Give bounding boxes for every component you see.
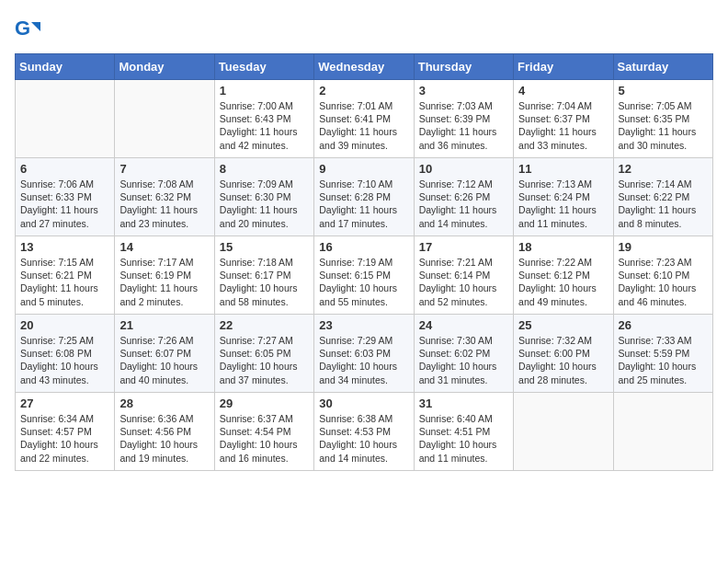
column-header-thursday: Thursday [414,54,513,80]
calendar-cell: 27Sunrise: 6:34 AM Sunset: 4:57 PM Dayli… [16,393,115,471]
day-number: 10 [419,162,508,176]
day-info: Sunrise: 7:12 AM Sunset: 6:26 PM Dayligh… [419,178,508,230]
day-number: 17 [419,240,508,254]
day-info: Sunrise: 7:08 AM Sunset: 6:32 PM Dayligh… [119,178,209,230]
week-row-1: 1Sunrise: 7:00 AM Sunset: 6:43 PM Daylig… [16,80,713,158]
day-info: Sunrise: 7:09 AM Sunset: 6:30 PM Dayligh… [220,178,309,230]
day-info: Sunrise: 7:13 AM Sunset: 6:24 PM Dayligh… [518,178,608,230]
day-number: 13 [20,240,109,254]
day-info: Sunrise: 7:27 AM Sunset: 6:05 PM Dayligh… [220,334,309,386]
day-number: 3 [419,84,508,98]
day-number: 5 [619,84,708,98]
day-number: 28 [119,396,209,410]
column-header-friday: Friday [514,54,613,80]
calendar-cell: 25Sunrise: 7:32 AM Sunset: 6:00 PM Dayli… [514,315,613,393]
calendar-cell: 24Sunrise: 7:30 AM Sunset: 6:02 PM Dayli… [414,315,513,393]
day-info: Sunrise: 6:37 AM Sunset: 4:54 PM Dayligh… [220,412,309,465]
day-info: Sunrise: 6:36 AM Sunset: 4:56 PM Dayligh… [119,412,209,465]
day-number: 19 [619,240,708,254]
day-info: Sunrise: 6:40 AM Sunset: 4:51 PM Dayligh… [419,412,508,465]
calendar-cell: 19Sunrise: 7:23 AM Sunset: 6:10 PM Dayli… [613,236,712,315]
calendar-cell: 3Sunrise: 7:03 AM Sunset: 6:39 PM Daylig… [414,80,513,158]
day-number: 6 [20,162,109,176]
day-number: 23 [319,318,408,332]
day-info: Sunrise: 7:17 AM Sunset: 6:19 PM Dayligh… [119,256,209,308]
calendar-body: 1Sunrise: 7:00 AM Sunset: 6:43 PM Daylig… [16,80,713,471]
calendar-cell: 2Sunrise: 7:01 AM Sunset: 6:41 PM Daylig… [314,80,414,158]
calendar-cell: 11Sunrise: 7:13 AM Sunset: 6:24 PM Dayli… [514,158,613,236]
day-number: 27 [20,396,109,410]
day-info: Sunrise: 7:32 AM Sunset: 6:00 PM Dayligh… [518,334,608,386]
calendar-cell: 18Sunrise: 7:22 AM Sunset: 6:12 PM Dayli… [514,236,613,315]
week-row-4: 20Sunrise: 7:25 AM Sunset: 6:08 PM Dayli… [16,315,713,393]
header-row: SundayMondayTuesdayWednesdayThursdayFrid… [16,54,713,80]
day-number: 21 [119,318,209,332]
calendar-cell: 13Sunrise: 7:15 AM Sunset: 6:21 PM Dayli… [16,236,115,315]
day-number: 16 [319,240,408,254]
day-number: 20 [20,318,109,332]
calendar-cell [514,393,613,471]
day-info: Sunrise: 7:03 AM Sunset: 6:39 PM Dayligh… [419,99,508,152]
calendar-cell: 30Sunrise: 6:38 AM Sunset: 4:53 PM Dayli… [314,393,414,471]
day-info: Sunrise: 7:33 AM Sunset: 5:59 PM Dayligh… [619,334,708,386]
week-row-3: 13Sunrise: 7:15 AM Sunset: 6:21 PM Dayli… [16,236,713,315]
day-number: 14 [119,240,209,254]
calendar-cell: 6Sunrise: 7:06 AM Sunset: 6:33 PM Daylig… [16,158,115,236]
svg-text:G: G [15,17,30,40]
logo-icon: G [15,15,42,42]
day-info: Sunrise: 7:22 AM Sunset: 6:12 PM Dayligh… [518,256,608,308]
calendar-cell: 28Sunrise: 6:36 AM Sunset: 4:56 PM Dayli… [115,393,214,471]
calendar-cell: 9Sunrise: 7:10 AM Sunset: 6:28 PM Daylig… [314,158,414,236]
day-number: 7 [119,162,209,176]
day-number: 15 [220,240,309,254]
calendar-cell: 8Sunrise: 7:09 AM Sunset: 6:30 PM Daylig… [214,158,313,236]
column-header-monday: Monday [115,54,214,80]
calendar-cell: 20Sunrise: 7:25 AM Sunset: 6:08 PM Dayli… [16,315,115,393]
day-number: 9 [319,162,408,176]
calendar-cell: 14Sunrise: 7:17 AM Sunset: 6:19 PM Dayli… [115,236,214,315]
day-info: Sunrise: 7:18 AM Sunset: 6:17 PM Dayligh… [220,256,309,308]
logo: G [15,15,46,42]
calendar-cell: 29Sunrise: 6:37 AM Sunset: 4:54 PM Dayli… [214,393,313,471]
day-info: Sunrise: 7:21 AM Sunset: 6:14 PM Dayligh… [419,256,508,308]
calendar-cell: 7Sunrise: 7:08 AM Sunset: 6:32 PM Daylig… [115,158,214,236]
calendar-cell: 4Sunrise: 7:04 AM Sunset: 6:37 PM Daylig… [514,80,613,158]
column-header-tuesday: Tuesday [214,54,313,80]
day-info: Sunrise: 7:00 AM Sunset: 6:43 PM Dayligh… [220,99,309,152]
calendar-cell: 12Sunrise: 7:14 AM Sunset: 6:22 PM Dayli… [613,158,712,236]
day-info: Sunrise: 7:15 AM Sunset: 6:21 PM Dayligh… [20,256,109,308]
calendar-cell: 10Sunrise: 7:12 AM Sunset: 6:26 PM Dayli… [414,158,513,236]
day-info: Sunrise: 7:25 AM Sunset: 6:08 PM Dayligh… [20,334,109,386]
day-info: Sunrise: 7:04 AM Sunset: 6:37 PM Dayligh… [518,99,608,152]
day-number: 29 [220,396,309,410]
svg-marker-1 [31,22,40,31]
day-info: Sunrise: 7:23 AM Sunset: 6:10 PM Dayligh… [619,256,708,308]
day-info: Sunrise: 7:30 AM Sunset: 6:02 PM Dayligh… [419,334,508,386]
calendar-table: SundayMondayTuesdayWednesdayThursdayFrid… [15,53,713,471]
calendar-cell [16,80,115,158]
day-number: 26 [619,318,708,332]
day-number: 25 [518,318,608,332]
day-info: Sunrise: 7:01 AM Sunset: 6:41 PM Dayligh… [319,99,408,152]
column-header-wednesday: Wednesday [314,54,414,80]
calendar-cell [613,393,712,471]
day-info: Sunrise: 7:06 AM Sunset: 6:33 PM Dayligh… [20,178,109,230]
day-info: Sunrise: 7:14 AM Sunset: 6:22 PM Dayligh… [619,178,708,230]
column-header-sunday: Sunday [16,54,115,80]
day-number: 2 [319,84,408,98]
calendar-cell: 17Sunrise: 7:21 AM Sunset: 6:14 PM Dayli… [414,236,513,315]
calendar-cell: 1Sunrise: 7:00 AM Sunset: 6:43 PM Daylig… [214,80,313,158]
calendar-cell: 22Sunrise: 7:27 AM Sunset: 6:05 PM Dayli… [214,315,313,393]
day-info: Sunrise: 7:29 AM Sunset: 6:03 PM Dayligh… [319,334,408,386]
day-number: 31 [419,396,508,410]
day-number: 12 [619,162,708,176]
page-header: G [15,15,713,42]
calendar-cell: 15Sunrise: 7:18 AM Sunset: 6:17 PM Dayli… [214,236,313,315]
day-info: Sunrise: 6:34 AM Sunset: 4:57 PM Dayligh… [20,412,109,465]
day-info: Sunrise: 7:19 AM Sunset: 6:15 PM Dayligh… [319,256,408,308]
day-number: 30 [319,396,408,410]
calendar-cell: 21Sunrise: 7:26 AM Sunset: 6:07 PM Dayli… [115,315,214,393]
day-info: Sunrise: 7:10 AM Sunset: 6:28 PM Dayligh… [319,178,408,230]
calendar-cell: 23Sunrise: 7:29 AM Sunset: 6:03 PM Dayli… [314,315,414,393]
column-header-saturday: Saturday [613,54,712,80]
